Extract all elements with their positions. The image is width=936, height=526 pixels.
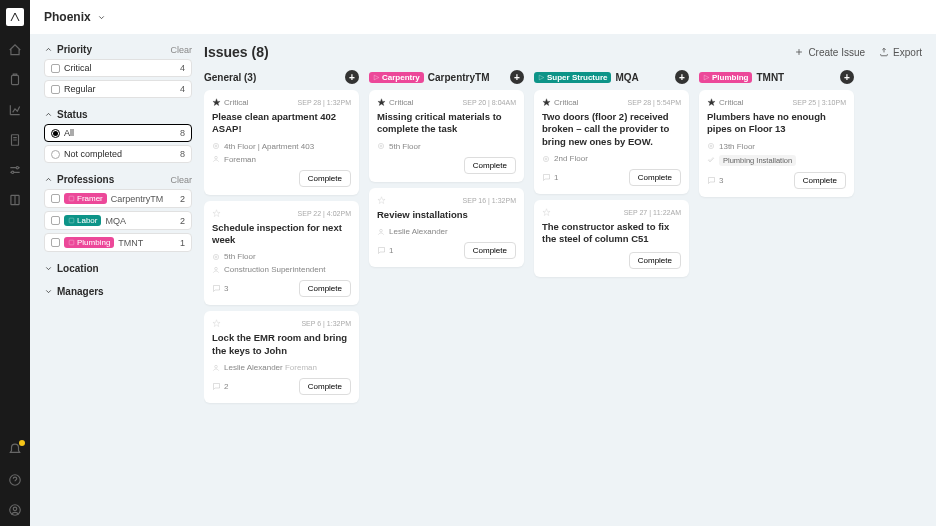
priority-indicator (212, 319, 221, 328)
complete-button[interactable]: Complete (299, 378, 351, 395)
card-title: Review installations (377, 209, 516, 221)
chart-icon[interactable] (7, 102, 23, 118)
priority-indicator: Critical (707, 98, 743, 107)
account-icon[interactable] (7, 502, 23, 518)
star-icon (377, 98, 386, 107)
complete-button[interactable]: Complete (794, 172, 846, 189)
add-card-button[interactable]: + (675, 70, 689, 84)
star-icon[interactable] (212, 319, 221, 328)
board-column: PlumbingTMNT+ CriticalSEP 25 | 3:10PM Pl… (699, 70, 854, 197)
checkbox[interactable] (51, 216, 60, 225)
column-header: PlumbingTMNT+ (699, 70, 854, 84)
comments-count[interactable]: 1 (542, 173, 558, 182)
filter-item[interactable]: FramerCarpentryTM2 (44, 189, 192, 208)
priority-indicator (212, 209, 221, 218)
comments-count[interactable]: 2 (212, 382, 228, 391)
complete-button[interactable]: Complete (299, 280, 351, 297)
card-date: SEP 22 | 4:02PM (298, 210, 351, 217)
comments-count[interactable]: 3 (212, 284, 228, 293)
star-icon[interactable] (542, 208, 551, 217)
add-card-button[interactable]: + (840, 70, 854, 84)
filter-location-head[interactable]: Location (44, 263, 192, 274)
document-icon[interactable] (7, 132, 23, 148)
card-date: SEP 25 | 3:10PM (793, 99, 846, 106)
filter-item[interactable]: Critical4 (44, 59, 192, 77)
bell-icon[interactable] (7, 442, 23, 458)
complete-button[interactable]: Complete (464, 242, 516, 259)
column-title: TMNT (756, 72, 784, 83)
radio[interactable] (51, 150, 60, 159)
filter-item[interactable]: All8 (44, 124, 192, 142)
svg-point-24 (710, 145, 712, 147)
content: Priority Clear Critical4Regular4 Status … (30, 34, 936, 526)
comments-count[interactable]: 3 (707, 176, 723, 185)
clipboard-icon[interactable] (7, 72, 23, 88)
chevron-up-icon (44, 175, 53, 184)
filter-status-head[interactable]: Status (44, 109, 192, 120)
issue-card[interactable]: SEP 6 | 1:32PM Lock the EMR room and bri… (204, 311, 359, 403)
filter-managers-head[interactable]: Managers (44, 286, 192, 297)
card-meta: 13th Floor (707, 142, 846, 151)
issue-card[interactable]: CriticalSEP 25 | 3:10PM Plumbers have no… (699, 90, 854, 197)
home-icon[interactable] (7, 42, 23, 58)
complete-button[interactable]: Complete (629, 252, 681, 269)
issue-card[interactable]: CriticalSEP 20 | 8:04AM Missing critical… (369, 90, 524, 182)
star-icon (542, 98, 551, 107)
clear-priority[interactable]: Clear (170, 45, 192, 55)
filter-item[interactable]: LaborMQA2 (44, 211, 192, 230)
nav-rail (0, 0, 30, 526)
column-title: CarpentryTM (428, 72, 490, 83)
svg-point-7 (13, 507, 17, 511)
issue-card[interactable]: CriticalSEP 28 | 1:32PM Please clean apa… (204, 90, 359, 195)
filter-item[interactable]: Regular4 (44, 80, 192, 98)
svg-point-12 (215, 145, 217, 147)
filter-priority-head[interactable]: Priority Clear (44, 44, 192, 55)
filter-item[interactable]: PlumbingTMNT1 (44, 233, 192, 252)
card-date: SEP 28 | 5:54PM (628, 99, 681, 106)
board-column: General (3)+ CriticalSEP 28 | 1:32PM Ple… (204, 70, 359, 403)
star-icon[interactable] (377, 196, 386, 205)
star-icon[interactable] (212, 209, 221, 218)
card-meta: Plumbing Installation (707, 155, 846, 166)
filter-item[interactable]: Not completed8 (44, 145, 192, 163)
project-selector[interactable]: Phoenix (44, 10, 106, 24)
priority-indicator (377, 196, 386, 205)
issue-card[interactable]: CriticalSEP 28 | 5:54PM Two doors (floor… (534, 90, 689, 194)
card-title: Plumbers have no enough pipes on Floor 1… (707, 111, 846, 136)
complete-button[interactable]: Complete (299, 170, 351, 187)
checkbox[interactable] (51, 85, 60, 94)
export-button[interactable]: Export (879, 47, 922, 58)
sliders-icon[interactable] (7, 162, 23, 178)
help-icon[interactable] (7, 472, 23, 488)
card-title: Missing critical materials to complete t… (377, 111, 516, 136)
complete-button[interactable]: Complete (464, 157, 516, 174)
column-title: General (3) (204, 72, 256, 83)
app-logo[interactable] (6, 8, 24, 26)
star-icon (707, 98, 716, 107)
filter-professions-head[interactable]: Professions Clear (44, 174, 192, 185)
create-issue-button[interactable]: Create Issue (794, 47, 865, 58)
add-card-button[interactable]: + (510, 70, 524, 84)
issue-card[interactable]: SEP 27 | 11:22AM The constructor asked t… (534, 200, 689, 277)
card-meta: Leslie Alexander Foreman (212, 363, 351, 372)
checkbox[interactable] (51, 64, 60, 73)
clear-professions[interactable]: Clear (170, 175, 192, 185)
card-meta: Construction Superintendent (212, 265, 351, 274)
checkbox[interactable] (51, 194, 60, 203)
svg-rect-8 (69, 196, 74, 201)
svg-point-23 (708, 144, 713, 149)
comments-count[interactable]: 1 (377, 246, 393, 255)
add-card-button[interactable]: + (345, 70, 359, 84)
issue-card[interactable]: SEP 22 | 4:02PM Schedule inspection for … (204, 201, 359, 306)
issue-card[interactable]: SEP 16 | 1:32PM Review installations Les… (369, 188, 524, 267)
complete-button[interactable]: Complete (629, 169, 681, 186)
radio[interactable] (51, 129, 60, 138)
svg-point-21 (543, 156, 548, 161)
book-icon[interactable] (7, 192, 23, 208)
column-title: MQA (615, 72, 638, 83)
checkbox[interactable] (51, 238, 60, 247)
card-title: Please clean apartment 402 ASAP! (212, 111, 351, 136)
app-root: Phoenix Priority Clear Critical4Regular4… (0, 0, 936, 526)
svg-point-3 (12, 171, 14, 173)
chevron-down-icon (97, 13, 106, 22)
